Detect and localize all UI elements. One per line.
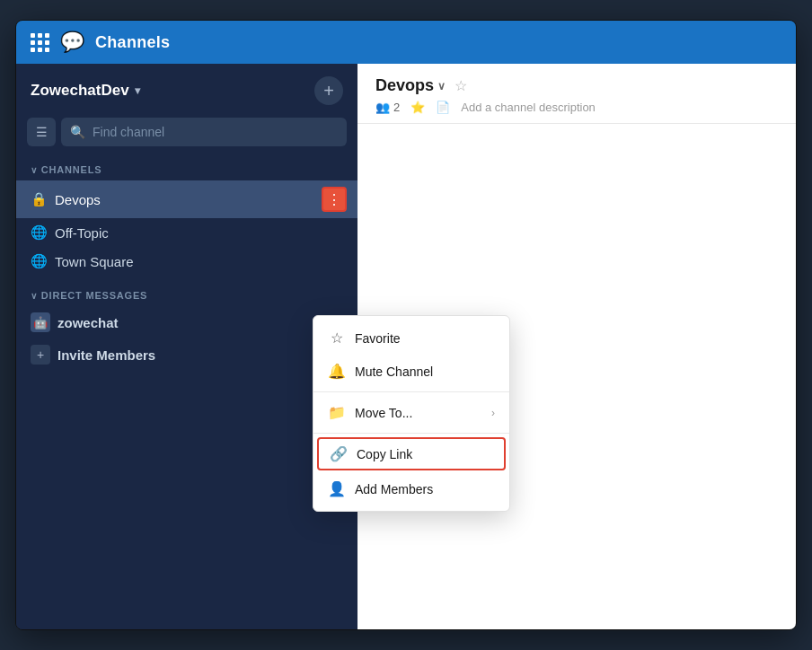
- menu-item-copy-link[interactable]: 🔗 Copy Link: [317, 437, 506, 470]
- grid-icon[interactable]: [31, 33, 49, 52]
- channels-section-label: ∨ CHANNELS: [16, 161, 357, 180]
- menu-item-move[interactable]: 📁 Move To... ›: [313, 396, 509, 429]
- channel-name-offtopic: Off-Topic: [55, 225, 347, 241]
- member-count: 👥 2: [375, 101, 400, 114]
- chat-icon: 💬: [60, 31, 84, 54]
- dm-collapse-arrow-icon[interactable]: ∨: [31, 291, 38, 301]
- menu-label-mute: Mute Channel: [355, 365, 495, 379]
- sidebar: ZowechatDev ▾ + ☰ 🔍 ∨ CHANNELS 🔒: [16, 64, 357, 629]
- menu-item-mute[interactable]: 🔔 Mute Channel: [313, 355, 509, 388]
- search-icon: 🔍: [70, 125, 85, 139]
- avatar-zowechat: 🤖: [31, 312, 50, 332]
- main-content: ZowechatDev ▾ + ☰ 🔍 ∨ CHANNELS 🔒: [16, 64, 796, 629]
- top-bar: 💬 Channels: [16, 21, 796, 64]
- add-button[interactable]: +: [314, 76, 343, 105]
- context-menu: ☆ Favorite 🔔 Mute Channel 📁 Move To... ›: [313, 315, 510, 512]
- workspace-chevron-icon: ▾: [135, 84, 140, 97]
- invite-members-item[interactable]: + Invite Members: [16, 338, 357, 371]
- channel-header-meta: 👥 2 ⭐ 📄 Add a channel description: [375, 101, 778, 114]
- workspace-name[interactable]: ZowechatDev ▾: [31, 82, 140, 100]
- invite-members-label: Invite Members: [57, 347, 155, 363]
- menu-label-copy-link: Copy Link: [357, 447, 493, 461]
- channel-header-top: Devops ∨ ☆: [375, 76, 778, 95]
- menu-item-add-members[interactable]: 👤 Add Members: [313, 472, 509, 505]
- channel-name-devops: Devops: [55, 192, 314, 207]
- channel-header: Devops ∨ ☆ 👥 2 ⭐ 📄 Add: [357, 64, 796, 124]
- more-options-button[interactable]: ⋮: [322, 187, 347, 212]
- doc-icon-wrap[interactable]: 📄: [436, 101, 450, 114]
- app-window: 💬 Channels ZowechatDev ▾ + ☰ 🔍: [15, 20, 797, 630]
- channel-chevron-icon: ∨: [437, 80, 446, 92]
- menu-item-favorite[interactable]: ☆ Favorite: [313, 321, 509, 355]
- menu-label-move: Move To...: [355, 406, 482, 420]
- star-outline-icon: ☆: [328, 329, 346, 347]
- person-icon: 👤: [328, 480, 346, 497]
- bell-icon: 🔔: [328, 363, 346, 380]
- filter-icon[interactable]: ☰: [27, 118, 56, 146]
- doc-icon: 📄: [436, 101, 450, 114]
- channel-name-townsquare: Town Square: [55, 254, 347, 269]
- search-input-wrap: 🔍: [61, 118, 347, 146]
- person-group-icon: 👥: [375, 101, 390, 114]
- bookmark-icon: ⭐: [410, 101, 425, 114]
- menu-label-add-members: Add Members: [355, 482, 495, 496]
- collapse-arrow-icon[interactable]: ∨: [31, 165, 38, 175]
- dm-section-label: ∨ DIRECT MESSAGES: [16, 286, 357, 306]
- menu-label-favorite: Favorite: [355, 331, 495, 346]
- workspace-label: ZowechatDev: [31, 82, 129, 100]
- link-icon: 🔗: [330, 445, 348, 462]
- globe-icon-offtopic: 🌐: [31, 224, 48, 241]
- menu-divider-1: [313, 391, 509, 392]
- lock-icon: 🔒: [31, 191, 48, 207]
- plus-icon: +: [31, 345, 50, 365]
- dm-item-zowechat[interactable]: 🤖 zowechat: [16, 306, 357, 338]
- channel-header-name: Devops ∨: [375, 76, 446, 95]
- channel-star-icon[interactable]: ☆: [455, 77, 467, 94]
- dm-name-zowechat: zowechat: [57, 315, 119, 330]
- menu-divider-2: [313, 433, 509, 434]
- search-input[interactable]: [93, 125, 338, 139]
- sidebar-search: ☰ 🔍: [27, 118, 347, 146]
- channel-description[interactable]: Add a channel description: [461, 101, 596, 114]
- topbar-title: Channels: [95, 33, 170, 52]
- channel-item-offtopic[interactable]: 🌐 Off-Topic: [16, 218, 357, 247]
- sidebar-header: ZowechatDev ▾ +: [16, 64, 357, 118]
- globe-icon-townsquare: 🌐: [31, 253, 48, 269]
- folder-icon: 📁: [328, 404, 346, 421]
- arrow-right-icon: ›: [491, 407, 495, 419]
- channel-item-townsquare[interactable]: 🌐 Town Square: [16, 247, 357, 276]
- channel-item-devops[interactable]: 🔒 Devops ⋮: [16, 180, 357, 218]
- bookmark-icon-wrap[interactable]: ⭐: [410, 101, 425, 114]
